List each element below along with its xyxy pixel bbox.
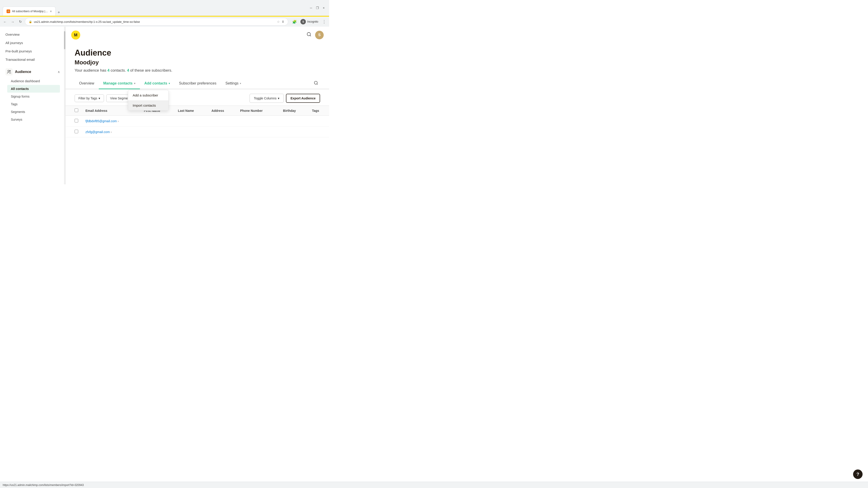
sidebar-item-transactional-email[interactable]: Transactional email — [0, 55, 65, 64]
page-title: Audience — [74, 48, 320, 58]
contacts-table: Email Address First Name Last Name Addre… — [66, 105, 329, 137]
row-2-email[interactable]: zfxfg@gmail.com › — [82, 127, 141, 137]
sidebar-item-all-journeys[interactable]: All journeys — [0, 39, 65, 47]
scroll-indicator — [64, 27, 65, 184]
user-avatar[interactable]: S — [315, 31, 324, 39]
sidebar-item-signup-forms[interactable]: Signup forms — [7, 93, 60, 100]
table-row[interactable]: zfxfg@gmail.com › — [66, 127, 329, 137]
page-header: Audience Moodjoy Your audience has 4 con… — [66, 43, 329, 73]
email-link-2[interactable]: zfxfg@gmail.com — [86, 130, 110, 134]
sidebar-item-overview-label: Overview — [5, 33, 20, 36]
tab-add-contacts[interactable]: Add contacts ▾ — [140, 78, 175, 89]
contacts-search-button[interactable] — [312, 79, 320, 88]
row-2-birthday — [279, 127, 308, 137]
tabs-bar: Overview Manage contacts ▾ Add contacts … — [66, 78, 329, 89]
active-tab[interactable]: 🐵 All subscribers of Moodjoy | Ma... × — [3, 6, 56, 15]
incognito-button[interactable]: S Incognito — [299, 18, 320, 25]
app-container: Overview All journeys Pre-built journeys… — [0, 27, 329, 184]
download-icon[interactable]: ⬇ — [282, 20, 284, 24]
select-all-checkbox[interactable] — [74, 108, 78, 112]
close-tab-button[interactable]: × — [50, 9, 52, 13]
row-2-checkbox[interactable] — [74, 130, 78, 133]
tab-title: All subscribers of Moodjoy | Ma... — [12, 10, 48, 13]
filter-by-tags-button[interactable]: Filter by Tags ▾ — [74, 94, 104, 102]
audience-stats: Your audience has 4 contacts. 4 of these… — [74, 68, 320, 73]
email-link[interactable]: fjfdbdvf85@gmail.com — [86, 119, 117, 123]
more-options-button[interactable]: ⋮ — [321, 19, 327, 25]
export-audience-button[interactable]: Export Audience — [286, 94, 320, 103]
restore-button[interactable]: ❐ — [315, 5, 320, 11]
row-1-checkbox[interactable] — [74, 119, 78, 123]
new-tab-button[interactable]: + — [56, 9, 62, 15]
audience-section-header[interactable]: Audience ∧ — [5, 66, 60, 77]
global-search-button[interactable] — [307, 32, 311, 38]
svg-point-4 — [307, 33, 311, 36]
sidebar-item-all-journeys-label: All journeys — [5, 41, 23, 45]
dropdown-import-contacts[interactable]: Import contacts — [128, 100, 168, 110]
extensions-button[interactable]: 🧩 — [291, 19, 298, 25]
row-2-tags — [308, 127, 329, 137]
table-row[interactable]: fjfdbdvf85@gmail.com › — [66, 116, 329, 127]
sidebar-item-overview[interactable]: Overview — [0, 30, 65, 39]
row-checkbox-cell — [66, 116, 82, 127]
minimize-button[interactable]: ─ — [308, 5, 314, 11]
tab-manage-contacts[interactable]: Manage contacts ▾ — [99, 78, 140, 89]
tab-subscriber-preferences[interactable]: Subscriber preferences — [175, 78, 221, 89]
tab-subscriber-preferences-label: Subscriber preferences — [179, 81, 216, 86]
row-1-email[interactable]: fjfdbdvf85@gmail.com › — [82, 116, 141, 127]
sidebar: Overview All journeys Pre-built journeys… — [0, 27, 66, 184]
incognito-avatar: S — [301, 19, 306, 24]
row-1-phone — [237, 116, 279, 127]
svg-point-0 — [8, 70, 9, 72]
stats-middle: contacts. — [111, 68, 127, 72]
add-contacts-chevron-icon: ▾ — [168, 82, 170, 85]
row-1-address — [208, 116, 237, 127]
dropdown-add-subscriber[interactable]: Add a subscriber — [128, 90, 168, 100]
stats-suffix: of these are subscribers. — [130, 68, 172, 72]
add-subscriber-label: Add a subscriber — [133, 93, 158, 97]
sidebar-nav: Overview All journeys Pre-built journeys… — [0, 27, 65, 184]
table-body: fjfdbdvf85@gmail.com › zfxfg@gmail — [66, 116, 329, 137]
row-1-birthday — [279, 116, 308, 127]
scroll-thumb[interactable] — [64, 31, 65, 49]
toggle-columns-chevron-icon: ▾ — [278, 96, 279, 100]
tab-overview[interactable]: Overview — [74, 78, 99, 89]
sidebar-item-prebuilt-journeys[interactable]: Pre-built journeys — [0, 47, 65, 55]
audience-name: Moodjoy — [74, 59, 320, 66]
add-contacts-dropdown: Add a subscriber Import contacts — [128, 90, 168, 111]
close-window-button[interactable]: × — [321, 5, 327, 11]
filter-tags-label: Filter by Tags — [79, 96, 97, 100]
sidebar-item-segments[interactable]: Segments — [7, 108, 60, 116]
row-1-arrow-icon: › — [118, 119, 119, 123]
sidebar-item-tags[interactable]: Tags — [7, 100, 60, 108]
audience-chevron-icon: ∧ — [58, 70, 60, 74]
import-contacts-label: Import contacts — [133, 103, 156, 107]
browser-nav: ← → ↻ 🔒 us21.admin.mailchimp.com/lists/m… — [0, 17, 329, 27]
header-phone-number: Phone Number — [237, 106, 279, 116]
sidebar-item-audience-dashboard[interactable]: Audience dashboard — [7, 77, 60, 85]
forward-button[interactable]: → — [9, 19, 16, 25]
browser-actions: 🧩 S Incognito ⋮ — [291, 18, 327, 25]
tab-favicon: 🐵 — [6, 9, 10, 13]
sidebar-item-all-contacts[interactable]: All contacts — [7, 85, 60, 93]
row-1-last-name — [174, 116, 208, 127]
row-2-first-name — [141, 127, 175, 137]
bookmark-icon[interactable]: ☆ — [277, 20, 280, 24]
tab-settings[interactable]: Settings ▾ — [221, 78, 246, 89]
svg-point-1 — [9, 70, 11, 71]
address-bar[interactable]: 🔒 us21.admin.mailchimp.com/lists/members… — [25, 18, 288, 26]
svg-point-6 — [314, 81, 317, 84]
refresh-button[interactable]: ↻ — [17, 19, 24, 25]
mailchimp-logo[interactable]: M — [71, 30, 81, 40]
sidebar-item-surveys[interactable]: Surveys — [7, 116, 60, 123]
tab-manage-contacts-label: Manage contacts — [103, 81, 133, 86]
top-bar-actions: S — [307, 31, 324, 39]
settings-chevron-icon: ▾ — [240, 82, 241, 85]
subscribers-count: 4 — [127, 68, 129, 72]
sidebar-item-transactional-email-label: Transactional email — [5, 58, 35, 61]
back-button[interactable]: ← — [2, 19, 8, 25]
tabs-search — [312, 79, 320, 88]
toggle-columns-button[interactable]: Toggle Columns ▾ — [250, 94, 284, 103]
header-address: Address — [208, 106, 237, 116]
header-checkbox-cell — [66, 106, 82, 116]
